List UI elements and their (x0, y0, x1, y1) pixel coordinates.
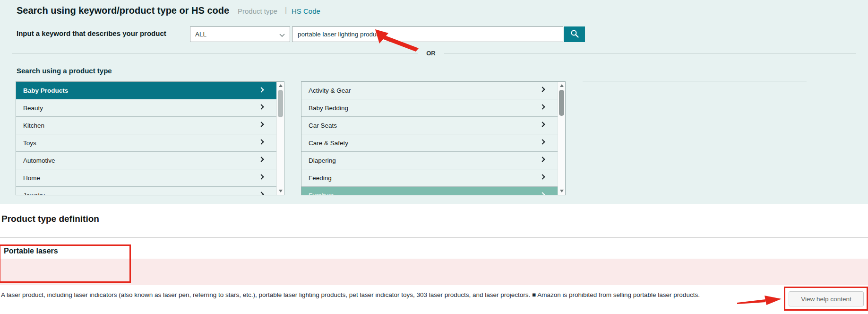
annotation-arrow-help-button (736, 293, 783, 306)
chevron-right-icon (258, 157, 264, 162)
product-type-item[interactable]: Kitchen (16, 117, 276, 134)
chevron-right-icon (540, 87, 545, 92)
category-dropdown-value: ALL (195, 31, 279, 38)
chevron-right-icon (540, 192, 545, 195)
product-type-item[interactable]: Diapering (301, 152, 558, 169)
triangle-up-icon (279, 84, 283, 87)
chevron-right-icon (258, 192, 264, 195)
search-icon (570, 29, 579, 40)
chevron-right-icon (258, 174, 264, 179)
tab-hs-code[interactable]: HS Code (292, 7, 320, 15)
product-type-item[interactable]: Automotive (16, 152, 276, 169)
tab-product-type[interactable]: Product type (238, 7, 277, 15)
product-type-name: Portable lasers (4, 247, 58, 255)
page: Search using keyword/product type or HS … (0, 0, 868, 314)
triangle-down-icon (279, 190, 283, 192)
search-button[interactable] (564, 26, 585, 42)
chevron-right-icon (540, 157, 545, 162)
chevron-right-icon (540, 122, 545, 127)
product-type-item[interactable]: Jewelry (16, 187, 276, 195)
triangle-down-icon (560, 190, 564, 192)
keyword-search-input[interactable] (292, 26, 563, 42)
product-type-item[interactable]: Baby Products (16, 82, 276, 99)
keyword-search-label: Input a keyword that describes your prod… (17, 29, 166, 37)
definition-section-heading: Product type definition (1, 214, 99, 224)
chevron-right-icon (540, 174, 545, 179)
product-type-item[interactable]: Furniture (301, 187, 558, 195)
category-dropdown[interactable]: ALL (190, 26, 290, 42)
chevron-right-icon (258, 87, 264, 92)
triangle-up-icon (560, 84, 564, 87)
chevron-right-icon (258, 104, 264, 109)
or-divider-label: OR (418, 50, 444, 57)
section-divider (0, 237, 868, 238)
product-type-item[interactable]: Feeding (301, 169, 558, 187)
product-type-item[interactable]: Home (16, 169, 276, 187)
page-title: Search using keyword/product type or HS … (17, 5, 229, 16)
scrollbar-thumb[interactable] (278, 90, 283, 117)
chevron-right-icon (540, 139, 545, 144)
scroll-down-button[interactable] (277, 187, 284, 195)
chevron-right-icon (540, 104, 545, 109)
product-type-browser-heading: Search using a product type (17, 67, 112, 75)
product-type-list-level2: Activity & Gear Baby Bedding Car Seats C… (301, 81, 566, 195)
left-list-scrollbar[interactable] (276, 82, 284, 195)
product-type-item[interactable]: Activity & Gear (301, 82, 558, 99)
product-type-item[interactable]: Toys (16, 134, 276, 152)
product-type-item[interactable]: Car Seats (301, 117, 558, 134)
scroll-up-button[interactable] (277, 82, 284, 89)
product-type-item[interactable]: Baby Bedding (301, 99, 558, 117)
product-type-item[interactable]: Care & Safety (301, 134, 558, 152)
product-type-item[interactable]: Beauty (16, 99, 276, 117)
scroll-down-button[interactable] (558, 187, 565, 195)
prohibited-banner: ! Prohibited for sale on Amazon (0, 259, 868, 285)
chevron-down-icon (279, 30, 285, 39)
search-section: Search using keyword/product type or HS … (0, 0, 868, 204)
product-type-list-level1: Baby Products Beauty Kitchen Toys Automo… (16, 81, 284, 195)
right-list-scrollbar[interactable] (558, 82, 565, 195)
chevron-right-icon (258, 122, 264, 127)
view-help-content-button[interactable]: View help content (789, 291, 864, 306)
scroll-up-button[interactable] (558, 82, 565, 89)
chevron-right-icon (258, 139, 264, 144)
tab-separator: | (285, 6, 287, 15)
empty-third-panel-divider (583, 81, 807, 81)
product-type-definition-text: A laser product, including laser indicat… (1, 291, 700, 298)
scrollbar-thumb[interactable] (559, 90, 564, 116)
